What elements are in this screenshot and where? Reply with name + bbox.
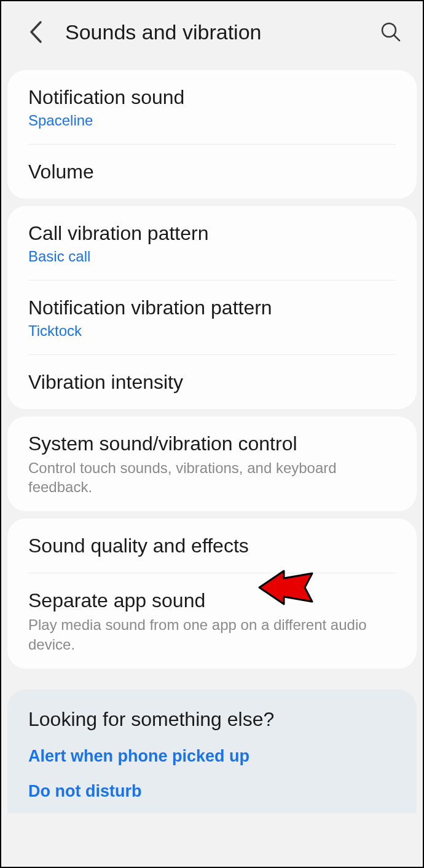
settings-group-4: Sound quality and effects Separate app s…: [7, 519, 417, 668]
settings-group-3: System sound/vibration control Control t…: [7, 416, 417, 511]
notification-sound-row[interactable]: Notification sound Spaceline: [7, 70, 417, 144]
vibration-intensity-row[interactable]: Vibration intensity: [7, 355, 417, 409]
svg-line-1: [394, 35, 399, 41]
row-title: System sound/vibration control: [28, 431, 396, 456]
footer-title: Looking for something else?: [28, 708, 396, 731]
row-title: Notification sound: [28, 85, 396, 109]
back-icon[interactable]: [23, 20, 48, 44]
app-header: Sounds and vibration: [1, 1, 423, 63]
footer-link-dnd[interactable]: Do not disturb: [28, 782, 396, 801]
settings-group-1: Notification sound Spaceline Volume: [7, 70, 417, 199]
footer-link-alert[interactable]: Alert when phone picked up: [28, 747, 396, 766]
sound-quality-row[interactable]: Sound quality and effects: [7, 519, 417, 573]
settings-group-2: Call vibration pattern Basic call Notifi…: [7, 206, 417, 409]
row-value: Basic call: [28, 248, 396, 265]
row-value: Ticktock: [28, 322, 396, 340]
row-value: Spaceline: [28, 112, 396, 129]
row-desc: Play media sound from one app on a diffe…: [28, 615, 396, 653]
call-vibration-row[interactable]: Call vibration pattern Basic call: [7, 206, 417, 280]
system-sound-row[interactable]: System sound/vibration control Control t…: [7, 416, 417, 511]
page-title: Sounds and vibration: [65, 20, 377, 44]
row-title: Separate app sound: [28, 588, 396, 613]
row-title: Sound quality and effects: [28, 533, 396, 558]
row-title: Notification vibration pattern: [28, 295, 396, 320]
volume-row[interactable]: Volume: [7, 145, 417, 199]
footer-suggestions: Looking for something else? Alert when p…: [7, 690, 417, 813]
notification-vibration-row[interactable]: Notification vibration pattern Ticktock: [7, 281, 417, 354]
separate-app-sound-row[interactable]: Separate app sound Play media sound from…: [7, 573, 417, 668]
search-icon[interactable]: [377, 18, 404, 46]
row-title: Call vibration pattern: [28, 221, 396, 245]
row-title: Volume: [28, 159, 396, 184]
row-desc: Control touch sounds, vibrations, and ke…: [28, 458, 396, 496]
row-title: Vibration intensity: [28, 370, 396, 394]
